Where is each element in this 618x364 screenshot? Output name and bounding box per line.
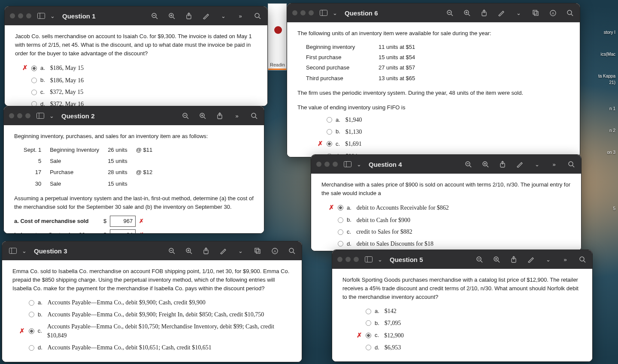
svg-rect-43 [9, 248, 17, 254]
titlebar[interactable]: ⌄ Question 2 » [4, 106, 264, 125]
answer-option[interactable]: d.$372, May 16 [22, 99, 257, 106]
search-icon[interactable] [249, 111, 259, 120]
svg-point-41 [251, 113, 256, 117]
answer-option[interactable]: c.$372, May 15 [22, 87, 257, 97]
titlebar[interactable]: ⌄ Question 5 ⌄ » [332, 250, 592, 269]
answer-option[interactable]: b.Accounts Payable—Emma Co., debit $9,90… [19, 310, 291, 319]
rotate-icon[interactable] [531, 8, 540, 18]
titlebar[interactable]: ⌄ Question 1 ⌄ » [5, 6, 267, 25]
info-icon[interactable]: A [270, 246, 279, 256]
zoom-out-icon[interactable] [475, 255, 484, 264]
answer-option[interactable]: d.$6,953 [356, 343, 582, 352]
search-icon[interactable] [566, 159, 576, 169]
svg-line-63 [470, 165, 471, 167]
answer-option[interactable]: d.Accounts Payable—Emma Co., debit $10,6… [19, 343, 291, 352]
titlebar[interactable]: ⌄ Question 4 ⌄ » [311, 155, 581, 174]
chevron-down-icon[interactable]: ⌄ [354, 159, 364, 169]
sidebar-icon[interactable] [319, 8, 328, 18]
svg-line-85 [584, 261, 585, 262]
window-question-4[interactable]: ⌄ Question 4 ⌄ » Merchandise with a sale… [311, 154, 582, 251]
search-icon[interactable] [253, 11, 262, 21]
answer-option[interactable]: ✗a.debit to Accounts Receivable for $862 [328, 203, 571, 213]
markup-icon[interactable] [201, 11, 211, 21]
zoom-out-icon[interactable] [445, 8, 454, 18]
zoom-out-icon[interactable] [167, 246, 176, 256]
svg-rect-17 [38, 13, 45, 19]
sidebar-icon[interactable] [36, 11, 46, 21]
markup-icon[interactable] [526, 255, 536, 264]
window-question-1[interactable]: ⌄ Question 1 ⌄ » Jacob Co. sells merchan… [4, 6, 268, 106]
zoom-in-icon[interactable] [462, 8, 472, 18]
answer-input[interactable]: 967 [110, 216, 136, 227]
traffic-lights[interactable] [9, 113, 30, 118]
zoom-in-icon[interactable] [492, 255, 501, 264]
zoom-in-icon[interactable] [184, 246, 194, 256]
sidebar-icon[interactable] [8, 246, 18, 256]
markup-icon[interactable] [497, 8, 506, 18]
zoom-out-icon[interactable] [150, 11, 159, 21]
traffic-lights[interactable] [316, 162, 338, 167]
answer-option[interactable]: b.debit to Cash for $900 [328, 216, 571, 225]
zoom-in-icon[interactable] [167, 11, 176, 21]
answer-option[interactable]: ✗c.Accounts Payable—Emma Co., debit $10,… [19, 322, 291, 340]
traffic-lights[interactable] [292, 10, 314, 15]
window-question-3[interactable]: ⌄ Question 3 ⌄ A Emma Co. sold to Isabel… [2, 241, 302, 362]
chevron-down-icon[interactable]: ⌄ [375, 255, 385, 264]
zoom-in-icon[interactable] [198, 111, 207, 120]
chevron-down-icon[interactable]: ⌄ [330, 8, 339, 18]
sidebar-icon[interactable] [364, 255, 373, 264]
window-question-2[interactable]: ⌄ Question 2 » Beginning inventory, purc… [3, 106, 264, 234]
share-icon[interactable] [479, 8, 489, 18]
x-mark-icon: ✗ [139, 217, 144, 226]
answer-option[interactable]: d.debit to Sales Discounts for $18 [328, 239, 571, 249]
rotate-icon[interactable] [253, 246, 262, 256]
search-icon[interactable] [287, 246, 297, 256]
zoom-out-icon[interactable] [181, 111, 190, 120]
answer-option[interactable]: ✗c.$1,691 [317, 139, 570, 149]
answer-option[interactable]: ✗c.$12,900 [356, 331, 582, 340]
svg-point-28 [255, 13, 259, 18]
markup-icon[interactable] [218, 246, 228, 256]
share-icon[interactable] [498, 159, 507, 169]
zoom-in-icon[interactable] [481, 159, 490, 169]
chevron-down-icon[interactable]: ⌄ [47, 111, 56, 120]
chevron-down-icon[interactable]: ⌄ [218, 11, 228, 21]
more-icon[interactable]: » [560, 255, 570, 264]
zoom-out-icon[interactable] [464, 159, 473, 169]
share-icon[interactable] [184, 11, 194, 21]
traffic-lights[interactable] [337, 257, 359, 262]
window-question-6[interactable]: ⌄ Question 6 ⌄ A The following units of … [287, 3, 580, 157]
chevron-down-icon[interactable]: ⌄ [514, 8, 523, 18]
titlebar[interactable]: ⌄ Question 6 ⌄ A [287, 3, 580, 22]
chevron-down-icon[interactable]: ⌄ [543, 255, 553, 264]
more-icon[interactable]: » [549, 159, 559, 169]
sidebar-icon[interactable] [343, 159, 352, 169]
answer-option[interactable]: b.$7,095 [356, 319, 582, 328]
traffic-lights[interactable] [10, 13, 31, 18]
window-question-5[interactable]: ⌄ Question 5 ⌄ » Norfolk Sporting Goods … [332, 250, 593, 362]
answer-option[interactable]: a.$142 [356, 307, 582, 316]
chevron-down-icon[interactable]: ⌄ [532, 159, 542, 169]
search-icon[interactable] [578, 255, 587, 264]
answer-option[interactable]: b.$1,130 [317, 127, 570, 137]
answer-option[interactable]: c.credit to Sales for $882 [328, 227, 571, 237]
chevron-down-icon[interactable]: ⌄ [19, 246, 29, 256]
answer-option[interactable]: b.$186, May 16 [22, 76, 257, 85]
info-icon[interactable]: A [548, 8, 557, 18]
share-icon[interactable] [201, 246, 211, 256]
titlebar[interactable]: ⌄ Question 3 ⌄ A [2, 241, 302, 260]
chevron-down-icon[interactable]: ⌄ [236, 246, 245, 256]
answer-input[interactable]: 84 [110, 229, 136, 234]
more-icon[interactable]: » [232, 111, 242, 120]
share-icon[interactable] [509, 255, 518, 264]
answer-option[interactable]: ✗a.$186, May 15 [22, 63, 257, 73]
answer-option[interactable]: a.Accounts Payable—Emma Co., debit $9,90… [19, 298, 291, 307]
markup-icon[interactable] [515, 159, 524, 169]
share-icon[interactable] [215, 111, 224, 120]
chevron-down-icon[interactable]: ⌄ [48, 11, 57, 21]
more-icon[interactable]: » [236, 11, 245, 21]
svg-line-59 [293, 252, 295, 254]
search-icon[interactable] [565, 8, 575, 18]
answer-option[interactable]: a.$1,940 [317, 115, 570, 125]
sidebar-icon[interactable] [36, 111, 45, 120]
